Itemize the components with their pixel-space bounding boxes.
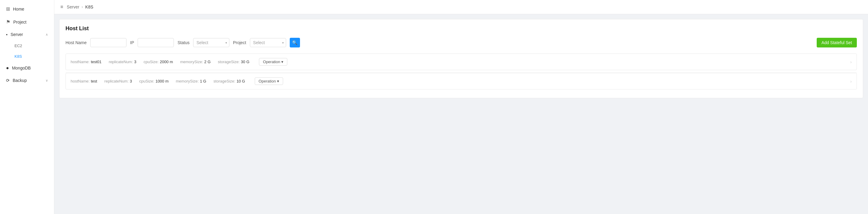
cpu-value-1: 2000 m	[160, 59, 173, 64]
memory-value-2: 1 G	[200, 79, 206, 83]
host-list: hostName: test01 replicateNum: 3 cpuSize…	[65, 53, 857, 92]
operation-button-2[interactable]: Operation ▾	[255, 77, 283, 85]
breadcrumb-k8s: K8S	[85, 4, 93, 9]
replicate-value-2: 3	[130, 79, 132, 83]
flag-icon: ⚑	[6, 19, 10, 25]
host-field-hostname-1: hostName: test01	[71, 59, 101, 64]
backup-icon: ⟳	[6, 78, 10, 83]
sidebar-item-k8s[interactable]: K8S	[0, 51, 54, 62]
sidebar-item-server[interactable]: ▪ Server ∧	[0, 28, 54, 41]
server-submenu: EC2 K8S	[0, 41, 54, 62]
sidebar-item-ec2[interactable]: EC2	[0, 41, 54, 51]
sidebar: ⊞ Home ⚑ Project ▪ Server ∧ EC2 K8S ● Mo…	[0, 0, 54, 214]
hostname-value-2: test	[91, 79, 97, 83]
table-row[interactable]: hostName: test01 replicateNum: 3 cpuSize…	[65, 53, 857, 70]
sidebar-item-mongodb[interactable]: ● MongoDB	[0, 62, 54, 74]
host-field-replicate-2: replicateNum: 3	[104, 79, 132, 83]
operation-button-1[interactable]: Operation ▾	[259, 58, 287, 65]
sidebar-item-backup[interactable]: ⟳ Backup ∨	[0, 74, 54, 86]
host-field-cpu-1: cpuSize: 2000 m	[144, 59, 173, 64]
search-button[interactable]: 🔍	[290, 38, 300, 48]
sidebar-item-ec2-label: EC2	[14, 44, 22, 48]
host-field-storage-2: storageSize: 10 G	[213, 79, 245, 83]
sidebar-item-mongodb-label: MongoDB	[12, 65, 31, 71]
row-arrow-2: ›	[850, 79, 852, 84]
operation-chevron-icon-2: ▾	[277, 79, 279, 83]
project-label: Project	[233, 40, 246, 45]
memory-label-1: memorySize:	[180, 59, 203, 64]
row-arrow-1: ›	[850, 59, 852, 64]
host-name-input[interactable]	[90, 38, 126, 47]
sidebar-item-server-label: Server	[10, 32, 23, 37]
operation-chevron-icon-1: ▾	[281, 59, 283, 64]
ip-label: IP	[130, 40, 134, 45]
host-field-cpu-2: cpuSize: 1000 m	[139, 79, 168, 83]
server-icon: ▪	[6, 32, 7, 37]
sidebar-item-project[interactable]: ⚑ Project	[0, 16, 54, 28]
status-label: Status	[178, 40, 189, 45]
mongodb-icon: ●	[6, 65, 9, 71]
cpu-label-2: cpuSize:	[139, 79, 154, 83]
host-name-label: Host Name	[65, 40, 87, 45]
host-field-storage-1: storageSize: 30 G	[218, 59, 249, 64]
host-field-memory-1: memorySize: 2 G	[180, 59, 211, 64]
memory-value-1: 2 G	[204, 59, 211, 64]
page-title: Host List	[65, 25, 857, 32]
memory-label-2: memorySize:	[176, 79, 199, 83]
breadcrumb-separator: ›	[82, 5, 83, 9]
ip-input[interactable]	[137, 38, 174, 47]
hostname-label-1: hostName:	[71, 59, 90, 64]
status-select[interactable]: Select	[193, 38, 229, 47]
filter-row: Host Name IP Status Select ▾ Project Sel…	[65, 38, 857, 48]
hostname-value-1: test01	[91, 59, 101, 64]
sidebar-item-k8s-label: K8S	[14, 54, 22, 59]
replicate-label-2: replicateNum:	[104, 79, 129, 83]
storage-value-1: 30 G	[241, 59, 249, 64]
menu-icon: ≡	[60, 4, 63, 10]
main-content: ≡ Server › K8S Host List Host Name IP St…	[54, 0, 868, 214]
project-select-wrapper: Select ▾	[250, 38, 286, 47]
host-field-replicate-1: replicateNum: 3	[108, 59, 136, 64]
status-select-wrapper: Select ▾	[193, 38, 229, 47]
chevron-up-icon: ∧	[45, 33, 48, 36]
search-icon: 🔍	[292, 40, 297, 45]
host-field-memory-2: memorySize: 1 G	[176, 79, 207, 83]
storage-label-1: storageSize:	[218, 59, 240, 64]
home-icon: ⊞	[6, 6, 10, 12]
host-field-hostname-2: hostName: test	[71, 79, 97, 83]
operation-label-1: Operation	[263, 59, 280, 64]
cpu-value-2: 1000 m	[155, 79, 168, 83]
cpu-label-1: cpuSize:	[144, 59, 159, 64]
hostname-label-2: hostName:	[71, 79, 90, 83]
table-row[interactable]: hostName: test replicateNum: 3 cpuSize: …	[65, 73, 857, 89]
storage-label-2: storageSize:	[213, 79, 235, 83]
sidebar-item-project-label: Project	[13, 20, 27, 25]
sidebar-item-home-label: Home	[13, 7, 24, 11]
storage-value-2: 10 G	[237, 79, 245, 83]
operation-label-2: Operation	[259, 79, 276, 83]
replicate-value-1: 3	[134, 59, 136, 64]
breadcrumb: ≡ Server › K8S	[54, 0, 868, 14]
replicate-label-1: replicateNum:	[108, 59, 133, 64]
chevron-down-icon: ∨	[45, 79, 48, 82]
sidebar-item-home[interactable]: ⊞ Home	[0, 2, 54, 16]
sidebar-item-backup-label: Backup	[13, 78, 27, 83]
add-stateful-set-button[interactable]: Add Stateful Set	[817, 38, 857, 48]
content-area: Host List Host Name IP Status Select ▾ P…	[54, 14, 868, 214]
host-list-card: Host List Host Name IP Status Select ▾ P…	[59, 19, 863, 98]
project-select[interactable]: Select	[250, 38, 286, 47]
breadcrumb-server[interactable]: Server	[67, 4, 79, 9]
